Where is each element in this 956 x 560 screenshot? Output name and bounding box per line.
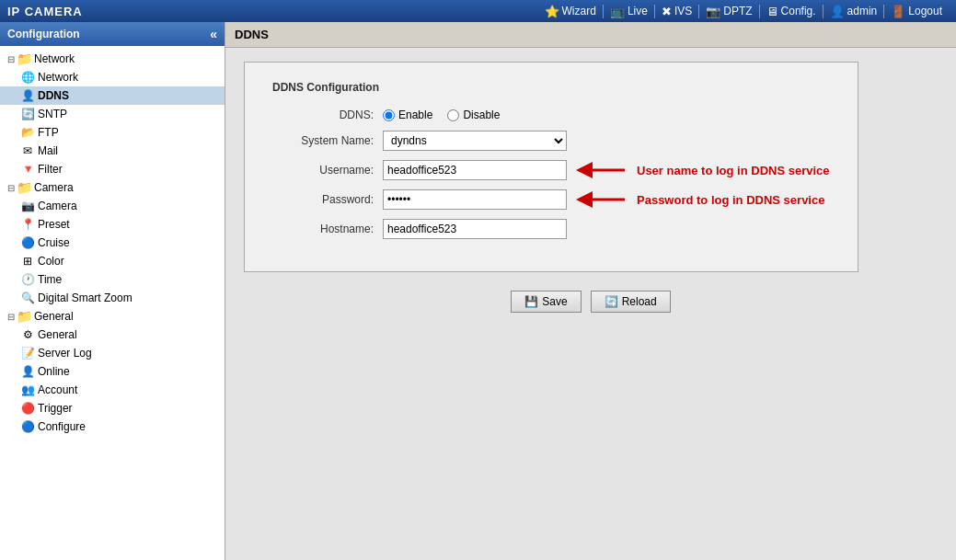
- online-label: Online: [38, 365, 70, 378]
- sidebar-item-time[interactable]: 🕐 Time: [0, 270, 225, 289]
- save-button[interactable]: 💾 Save: [511, 291, 581, 313]
- network-icon: 🌐: [20, 70, 35, 85]
- password-arrow-icon: [574, 190, 629, 209]
- hostname-control: [383, 219, 567, 239]
- sidebar-item-server-log[interactable]: 📝 Server Log: [0, 344, 225, 362]
- configure-label: Configure: [38, 420, 86, 433]
- topbar: IP CAMERA ⭐ Wizard 📺 Live ✖ IVS 📷 DPTZ 🖥…: [0, 0, 956, 22]
- sidebar-item-configure[interactable]: 🔵 Configure: [0, 417, 225, 436]
- admin-icon: 👤: [830, 5, 845, 18]
- sidebar-item-preset[interactable]: 📍 Preset: [0, 215, 225, 234]
- camera-group-label: Camera: [34, 181, 74, 194]
- page-title: DDNS: [235, 28, 269, 41]
- sidebar-item-general[interactable]: ⚙ General: [0, 326, 225, 344]
- network-group-label: Network: [34, 52, 75, 65]
- system-name-label: System Name:: [272, 134, 383, 147]
- password-annotation-row: Password to log in DDNS service: [383, 189, 824, 210]
- logout-icon: 🚪: [891, 5, 905, 18]
- username-annotation-row: User name to log in DDNS service: [383, 160, 830, 180]
- content-body: DDNS Configuration DDNS: Enable Disable: [225, 48, 956, 560]
- sidebar-item-ftp[interactable]: 📂 FTP: [0, 123, 225, 142]
- hostname-label: Hostname:: [272, 223, 383, 235]
- sidebar: Configuration « ⊟ 📁 Network 🌐 Network 👤 …: [0, 22, 225, 560]
- sntp-icon: 🔄: [20, 107, 35, 121]
- sidebar-title: Configuration: [7, 28, 80, 40]
- general-label: General: [38, 328, 77, 341]
- reload-icon: 🔄: [605, 295, 618, 308]
- expand-icon: ⊟: [7, 54, 15, 64]
- nav-wizard[interactable]: ⭐ Wizard: [538, 5, 604, 18]
- hostname-input[interactable]: [383, 219, 567, 239]
- sidebar-item-filter[interactable]: 🔻 Filter: [0, 160, 225, 178]
- sidebar-item-trigger[interactable]: 🔴 Trigger: [0, 399, 225, 417]
- sidebar-item-mail[interactable]: ✉ Mail: [0, 142, 225, 160]
- sidebar-item-account[interactable]: 👥 Account: [0, 381, 225, 399]
- nav-dptz[interactable]: 📷 DPTZ: [699, 5, 759, 18]
- hostname-row: Hostname:: [272, 219, 830, 239]
- ivs-icon: ✖: [662, 5, 672, 18]
- sidebar-item-ddns[interactable]: 👤 DDNS: [0, 86, 225, 105]
- sidebar-item-online[interactable]: 👤 Online: [0, 362, 225, 381]
- trigger-icon: 🔴: [20, 401, 35, 416]
- filter-label: Filter: [38, 163, 63, 176]
- disable-label: Disable: [463, 109, 500, 121]
- expand-icon-general: ⊟: [7, 312, 15, 322]
- digital-zoom-label: Digital Smart Zoom: [38, 291, 132, 304]
- nav-live[interactable]: 📺 Live: [604, 5, 655, 18]
- content-area: DDNS DDNS Configuration DDNS: Enable: [225, 22, 956, 560]
- ftp-label: FTP: [38, 126, 59, 139]
- network-label: Network: [38, 71, 78, 84]
- save-icon: 💾: [524, 295, 538, 308]
- wizard-icon: ⭐: [545, 5, 559, 18]
- sidebar-item-camera[interactable]: 📷 Camera: [0, 197, 225, 215]
- sidebar-item-network[interactable]: 🌐 Network: [0, 68, 225, 86]
- config-box-title: DDNS Configuration: [272, 81, 830, 94]
- expand-icon-camera: ⊟: [7, 183, 15, 193]
- sidebar-item-digital-zoom[interactable]: 🔍 Digital Smart Zoom: [0, 289, 225, 307]
- username-row: Username: User name to log in DDNS servi: [272, 160, 830, 180]
- password-row: Password: Password to log in DDNS servic: [272, 189, 830, 210]
- camera-icon: 📷: [20, 199, 35, 213]
- sidebar-item-sntp[interactable]: 🔄 SNTP: [0, 105, 225, 123]
- main-layout: Configuration « ⊟ 📁 Network 🌐 Network 👤 …: [0, 22, 956, 560]
- button-row: 💾 Save 🔄 Reload: [244, 291, 938, 313]
- username-label: Username:: [272, 164, 383, 177]
- account-label: Account: [38, 383, 77, 396]
- system-name-select[interactable]: dyndns: [383, 131, 567, 151]
- mail-icon: ✉: [20, 143, 35, 158]
- disable-radio-label[interactable]: Disable: [447, 109, 500, 121]
- server-log-label: Server Log: [38, 347, 92, 360]
- sidebar-item-general-group[interactable]: ⊟ 📁 General: [0, 307, 225, 326]
- color-label: Color: [38, 255, 64, 268]
- disable-radio[interactable]: [447, 109, 459, 121]
- app-title: IP CAMERA: [7, 5, 83, 18]
- enable-radio-label[interactable]: Enable: [383, 109, 432, 121]
- general-group-label: General: [34, 310, 74, 323]
- general-icon: ⚙: [20, 327, 35, 342]
- mail-label: Mail: [38, 144, 58, 157]
- nav-admin[interactable]: 👤 admin: [824, 5, 885, 18]
- sidebar-item-cruise[interactable]: 🔵 Cruise: [0, 234, 225, 252]
- ddns-label: DDNS: [38, 89, 69, 102]
- sidebar-item-network-group[interactable]: ⊟ 📁 Network: [0, 50, 225, 68]
- config-icon: 🖥: [766, 5, 778, 18]
- password-label: Password:: [272, 193, 383, 206]
- time-label: Time: [38, 273, 62, 286]
- collapse-button[interactable]: «: [210, 27, 217, 41]
- sidebar-item-camera-group[interactable]: ⊟ 📁 Camera: [0, 178, 225, 197]
- reload-button[interactable]: 🔄 Reload: [591, 291, 671, 313]
- ddns-radio-group: Enable Disable: [383, 109, 500, 121]
- ddns-row: DDNS: Enable Disable: [272, 109, 830, 121]
- username-input[interactable]: [383, 160, 567, 180]
- password-input[interactable]: [383, 189, 567, 210]
- folder-icon: 📁: [17, 51, 31, 66]
- nav-logout[interactable]: 🚪 Logout: [884, 5, 949, 18]
- filter-icon: 🔻: [20, 162, 35, 177]
- server-log-icon: 📝: [20, 346, 35, 360]
- nav-ivs[interactable]: ✖ IVS: [655, 5, 699, 18]
- sidebar-item-color[interactable]: ⊞ Color: [0, 252, 225, 270]
- system-name-row: System Name: dyndns: [272, 131, 830, 151]
- nav-config[interactable]: 🖥 Config.: [760, 5, 824, 18]
- topbar-nav: ⭐ Wizard 📺 Live ✖ IVS 📷 DPTZ 🖥 Config. 👤…: [538, 5, 949, 18]
- enable-radio[interactable]: [383, 109, 395, 121]
